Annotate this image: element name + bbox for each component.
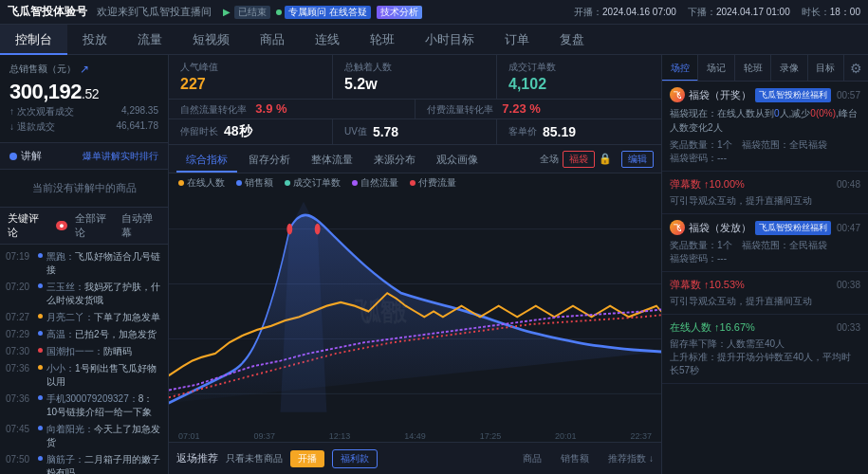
logo: 飞瓜智投体验号 bbox=[8, 4, 87, 20]
chart-tab-overview[interactable]: 综合指标 bbox=[176, 146, 237, 173]
comment-dot bbox=[38, 426, 43, 430]
stat-time: 00:38 bbox=[837, 280, 860, 290]
comment-time: 07:27 bbox=[6, 311, 34, 324]
legend-dot bbox=[178, 180, 184, 186]
right-panel: 场控 场记 轮班 录像 目标 ⚙ 飞 福袋（开奖） 飞瓜智投粉丝福利 00:57… bbox=[661, 55, 868, 474]
event-name: 福袋（开奖） bbox=[689, 88, 751, 102]
nav-hourgoal[interactable]: 小时目标 bbox=[410, 25, 489, 55]
status-vip: 专属顾问 在线答疑 bbox=[285, 6, 371, 19]
comment-time: 07:19 bbox=[6, 250, 34, 277]
kpi-customer: 客单价 85.19 bbox=[497, 119, 661, 144]
date-info: 开播：2024.04.16 07:00 下播：2024.04.17 01:00 … bbox=[574, 6, 860, 19]
product-empty: 当前没有讲解中的商品 bbox=[0, 170, 168, 208]
nav-replay[interactable]: 复盘 bbox=[545, 25, 600, 55]
bottom-cols: 商品销售额推荐指数 ↓ bbox=[523, 452, 654, 465]
comment-time: 07:29 bbox=[6, 328, 34, 341]
sales-sub2: ↓ 退款成交 46,641.78 bbox=[9, 119, 158, 135]
right-content: 飞 福袋（开奖） 飞瓜智投粉丝福利 00:57 福袋现在：在线人数从到0人,减少… bbox=[662, 82, 868, 474]
bottom-col-header: 商品 bbox=[523, 452, 542, 465]
event-time: 00:57 bbox=[837, 90, 860, 100]
recommend-button[interactable]: 开播 bbox=[290, 450, 324, 467]
legend-dot bbox=[285, 180, 290, 186]
comment-item: 07:27 月亮二丫：下单了加急发单 bbox=[6, 309, 162, 326]
comment-content: 小小：1号刚出售飞瓜好物以用 bbox=[46, 362, 162, 389]
comment-item: 07:45 向着阳光：今天上了加急发货 bbox=[6, 421, 162, 451]
fukudai-tag[interactable]: 福袋 bbox=[563, 151, 595, 168]
comment-time: 07:20 bbox=[6, 281, 34, 307]
comment-item: 07:36 手机300079209327：8：10号链接介绍一给一下象 bbox=[6, 391, 162, 421]
comment-item: 07:29 高温：已拍2号，加急发货 bbox=[6, 326, 162, 343]
comment-section: 关键评论 ● 全部评论 自动弹幕 07:19 黑跑：飞瓜好物适合几号链接 07:… bbox=[0, 208, 168, 474]
chart-time-axis: 07:0109:3712:1314:4917:2520:0122:37 bbox=[169, 430, 661, 442]
comment-dot bbox=[38, 456, 43, 461]
right-tab-log[interactable]: 场记 bbox=[698, 55, 734, 82]
tab-all-comments[interactable]: 全部评论 bbox=[75, 211, 114, 240]
nav-dashboard[interactable]: 控制台 bbox=[0, 25, 67, 55]
nav-traffic[interactable]: 流量 bbox=[122, 25, 177, 55]
event-gift-give: 飞 福袋（发放） 飞瓜智投粉丝福利 00:47 奖品数量：1个 福袋范围：全民福… bbox=[662, 214, 868, 272]
comment-count-badge: ● bbox=[56, 221, 66, 230]
comment-tabs: 关键评论 ● 全部评论 自动弹幕 bbox=[0, 208, 168, 245]
legend-item: 销售额 bbox=[236, 176, 273, 190]
kpi-reach: 总触着人数 5.2w bbox=[333, 55, 497, 99]
lecture-title: 讲解 bbox=[9, 149, 42, 163]
sales-amount: 300,192.52 bbox=[9, 80, 158, 104]
right-tab-wheel[interactable]: 轮班 bbox=[735, 55, 771, 82]
time-label: 22:37 bbox=[630, 431, 652, 441]
comment-content: 高温：已拍2号，加急发货 bbox=[46, 328, 157, 341]
kpi-strip2: 停留时长 48秒 UV值 5.78 客单价 85.19 bbox=[169, 119, 661, 145]
chart-section: 综合指标 留存分析 整体流量 来源分布 观众画像 全场 福袋 🔒 编辑 在线人数… bbox=[169, 145, 661, 442]
comment-content: 月亮二丫：下单了加急发单 bbox=[46, 311, 160, 324]
nav-goods[interactable]: 商品 bbox=[245, 25, 300, 55]
settings-icon[interactable]: ⚙ bbox=[844, 55, 868, 82]
right-tab-recording[interactable]: 录像 bbox=[771, 55, 807, 82]
stat-label: 弹幕数 ↑10.00% bbox=[670, 177, 745, 191]
comment-dot bbox=[38, 253, 43, 258]
welcome-text: 欢迎来到飞瓜智投直播间 bbox=[97, 5, 212, 19]
legend-item: 付费流量 bbox=[410, 176, 456, 190]
bottom-col-header: 推荐指数 ↓ bbox=[608, 452, 654, 465]
comment-dot bbox=[38, 348, 43, 353]
legend-dot bbox=[236, 180, 242, 186]
legend-item: 成交订单数 bbox=[285, 176, 341, 190]
event-badge: 飞瓜智投粉丝福利 bbox=[755, 88, 831, 102]
right-tab-goal[interactable]: 目标 bbox=[808, 55, 844, 82]
comment-time: 07:36 bbox=[6, 392, 34, 419]
stat-label: 弹幕数 ↑10.53% bbox=[670, 278, 745, 292]
sales-sub1: ↑ 次次观看成交 4,298.35 bbox=[9, 104, 158, 119]
event-meta: 奖品数量：1个 福袋范围：全民福袋 bbox=[670, 138, 860, 152]
chart-tab-source[interactable]: 来源分布 bbox=[364, 146, 425, 173]
nav-invest[interactable]: 投放 bbox=[67, 25, 122, 55]
nav-wheel[interactable]: 轮班 bbox=[355, 25, 410, 55]
right-tab-control[interactable]: 场控 bbox=[662, 55, 698, 82]
left-panel: 总销售额（元） ↗ 300,192.52 ↑ 次次观看成交 4,298.35 ↓… bbox=[0, 55, 169, 474]
nav-shortvideo[interactable]: 短视频 bbox=[177, 25, 245, 55]
sales-box: 总销售额（元） ↗ 300,192.52 ↑ 次次观看成交 4,298.35 ↓… bbox=[0, 55, 168, 143]
edit-button[interactable]: 编辑 bbox=[621, 151, 654, 168]
avatar: 飞 bbox=[670, 220, 685, 235]
legend-dot bbox=[410, 180, 416, 186]
chart-svg: 飞瓜智投 bbox=[169, 192, 661, 430]
chart-legend: 在线人数销售额成交订单数自然流量付费流量 bbox=[169, 173, 661, 192]
ranking-link[interactable]: 爆单讲解实时排行 bbox=[83, 150, 158, 163]
chart-tab-audience[interactable]: 观众画像 bbox=[427, 146, 488, 173]
mic-icon bbox=[9, 153, 17, 160]
event-meta: 奖品数量：1个 福袋范围：全民福袋 bbox=[670, 239, 860, 252]
status-live: 已结束 bbox=[234, 6, 270, 19]
kpi-popularity: 人气峰值 227 bbox=[169, 55, 333, 99]
tab-auto-bullet[interactable]: 自动弹幕 bbox=[121, 211, 160, 240]
discount-button[interactable]: 福利款 bbox=[332, 449, 378, 468]
bottom-strip: 返场推荐 只看未售商品 开播 福利款 商品销售额推荐指数 ↓ bbox=[169, 442, 661, 474]
chart-tab-retention[interactable]: 留存分析 bbox=[239, 146, 300, 173]
kpi-uv: UV值 5.78 bbox=[333, 119, 497, 144]
chart-tab-flow[interactable]: 整体流量 bbox=[302, 146, 362, 173]
nav-order[interactable]: 订单 bbox=[489, 25, 545, 55]
badge-tech[interactable]: 技术分析 bbox=[377, 6, 422, 19]
center-panel: 人气峰值 227 总触着人数 5.2w 成交订单数 4,102 自然流量转化率 … bbox=[169, 55, 661, 474]
nav-rule[interactable]: 连线 bbox=[300, 25, 355, 55]
tab-key-comments[interactable]: 关键评论 bbox=[8, 211, 46, 240]
comment-item: 07:50 脑筋子：二月箱子用的嫩子粉有吗 bbox=[6, 451, 162, 474]
right-tabs: 场控 场记 轮班 录像 目标 ⚙ bbox=[662, 55, 868, 82]
legend-item: 在线人数 bbox=[178, 176, 225, 190]
svg-point-5 bbox=[286, 224, 292, 235]
